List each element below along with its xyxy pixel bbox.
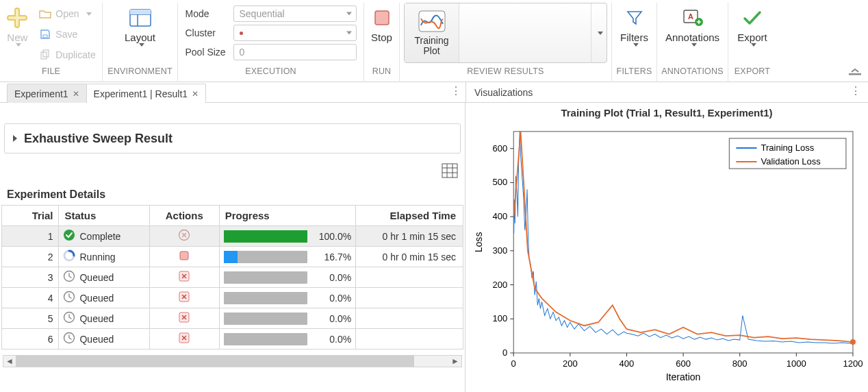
svg-rect-12: [849, 73, 861, 75]
col-elapsed[interactable]: Elapsed Time: [356, 206, 463, 226]
cell-elapsed: [356, 267, 463, 288]
col-trial[interactable]: Trial: [2, 206, 59, 226]
training-plot-button[interactable]: Training Plot: [405, 3, 459, 62]
cell-elapsed: 0 hr 1 min 15 sec: [356, 226, 463, 247]
table-row[interactable]: 3Queued0.0%: [2, 267, 463, 288]
cluster-select[interactable]: [233, 25, 357, 41]
table-row[interactable]: 2Running16.7%0 hr 0 min 15 sec: [2, 247, 463, 267]
scroll-thumb[interactable]: [16, 356, 414, 367]
folder-open-icon: [39, 8, 51, 20]
details-title: Experiment Details: [1, 184, 463, 205]
filters-button[interactable]: Filters: [616, 3, 652, 47]
col-actions[interactable]: Actions: [149, 206, 219, 226]
horizontal-scrollbar[interactable]: ◄ ►: [3, 355, 462, 367]
row-action-button[interactable]: [178, 273, 190, 284]
row-action-button[interactable]: [178, 232, 190, 243]
pool-input[interactable]: 0: [233, 44, 357, 60]
review-gallery-spacer: [459, 3, 591, 62]
col-progress[interactable]: Progress: [219, 206, 356, 226]
svg-text:Validation Loss: Validation Loss: [761, 156, 821, 167]
duplicate-button[interactable]: Duplicate: [35, 45, 99, 64]
status-text: Queued: [79, 272, 114, 283]
accordion-header[interactable]: Exhaustive Sweep Result: [4, 123, 461, 154]
svg-text:A: A: [688, 12, 693, 21]
open-button[interactable]: Open: [35, 4, 99, 23]
grid-icon-row: [0, 159, 465, 184]
svg-rect-2: [43, 50, 49, 57]
scroll-track[interactable]: [16, 356, 449, 367]
svg-text:400: 400: [492, 211, 507, 221]
annotations-section-label: ANNOTATIONS: [661, 64, 724, 78]
document-tabs: Experiment1 ✕ Experiment1 | Result1 ✕ ⋮: [0, 82, 465, 102]
table-row[interactable]: 1Complete100.0%0 hr 1 min 15 sec: [2, 226, 463, 247]
cluster-label: Cluster: [186, 27, 233, 38]
cell-elapsed: [356, 288, 463, 308]
new-button[interactable]: New: [1, 3, 34, 47]
cell-trial: 6: [2, 329, 59, 350]
mode-label: Mode: [186, 8, 233, 19]
table-row[interactable]: 4Queued0.0%: [2, 288, 463, 308]
save-icon: [39, 28, 51, 40]
cell-trial: 3: [2, 267, 59, 288]
status-dot-icon: [240, 32, 243, 35]
visualizations-panel: Training Plot (Trial 1, Result1, Experim…: [465, 103, 868, 392]
row-action-button[interactable]: [178, 294, 190, 305]
cell-actions: [149, 288, 219, 308]
mode-select[interactable]: Sequential: [233, 5, 357, 22]
execution-section-label: EXECUTION: [182, 64, 359, 78]
tab-experiment1[interactable]: Experiment1 ✕: [7, 84, 87, 103]
scroll-right-icon[interactable]: ►: [449, 356, 461, 366]
table-view-button[interactable]: [442, 163, 458, 180]
svg-text:1000: 1000: [787, 358, 806, 369]
tab-result1[interactable]: Experiment1 | Result1 ✕: [86, 84, 206, 103]
new-label: New: [7, 32, 27, 43]
section-execution: Mode Sequential Cluster Pool Size 0: [178, 3, 364, 82]
scroll-left-icon[interactable]: ◄: [3, 356, 16, 366]
svg-rect-6: [130, 10, 151, 14]
row-action-button[interactable]: [178, 315, 190, 326]
pool-row: Pool Size 0: [186, 44, 357, 60]
cell-status: Queued: [59, 308, 149, 329]
progress-bar: [224, 251, 308, 263]
main-body: Exhaustive Sweep Result Experiment Detai…: [0, 103, 868, 392]
chart-area: 0200400600800100012000100200300400500600…: [471, 121, 863, 392]
tabs-options-button[interactable]: ⋮: [450, 86, 461, 96]
layout-button[interactable]: Layout: [107, 3, 173, 47]
visualizations-options-button[interactable]: ⋮: [850, 86, 861, 96]
cell-trial: 1: [2, 226, 59, 247]
svg-rect-13: [442, 164, 457, 177]
cell-trial: 5: [2, 308, 59, 329]
filters-label: Filters: [620, 32, 648, 43]
results-panel: Exhaustive Sweep Result Experiment Detai…: [0, 103, 465, 392]
section-run: Stop RUN: [364, 3, 400, 82]
cell-progress: 0.0%: [219, 288, 356, 308]
layout-icon: [128, 5, 153, 30]
svg-text:1200: 1200: [843, 358, 863, 369]
table-row[interactable]: 6Queued0.0%: [2, 329, 463, 350]
review-gallery-dropdown[interactable]: [591, 3, 606, 62]
table-row[interactable]: 5Queued0.0%: [2, 308, 463, 329]
svg-rect-0: [43, 35, 47, 38]
minimize-ribbon-button[interactable]: [849, 66, 861, 77]
close-icon[interactable]: ✕: [73, 84, 79, 103]
annotations-button[interactable]: A Annotations: [661, 3, 724, 47]
review-section-label: REVIEW RESULTS: [404, 64, 607, 78]
row-action-button[interactable]: [178, 335, 190, 346]
cell-trial: 2: [2, 247, 59, 267]
chevron-down-icon: [346, 12, 352, 16]
row-action-button[interactable]: [179, 252, 190, 263]
col-status[interactable]: Status: [59, 206, 149, 226]
visualizations-panel-title: Visualizations ⋮: [465, 82, 868, 102]
save-label: Save: [55, 29, 77, 40]
save-button[interactable]: Save: [35, 25, 99, 44]
progress-bar: [224, 333, 308, 345]
svg-point-18: [64, 230, 75, 241]
close-icon[interactable]: ✕: [192, 84, 199, 103]
stop-label: Stop: [371, 32, 392, 43]
toolstrip: New Open Save Duplicate FILE: [0, 0, 868, 82]
progress-text: 100.0%: [313, 231, 351, 242]
export-button[interactable]: Export: [732, 3, 772, 47]
training-plot-label-1: Training: [414, 36, 448, 46]
stop-button[interactable]: Stop: [368, 3, 395, 43]
svg-text:Iteration: Iteration: [666, 371, 701, 382]
